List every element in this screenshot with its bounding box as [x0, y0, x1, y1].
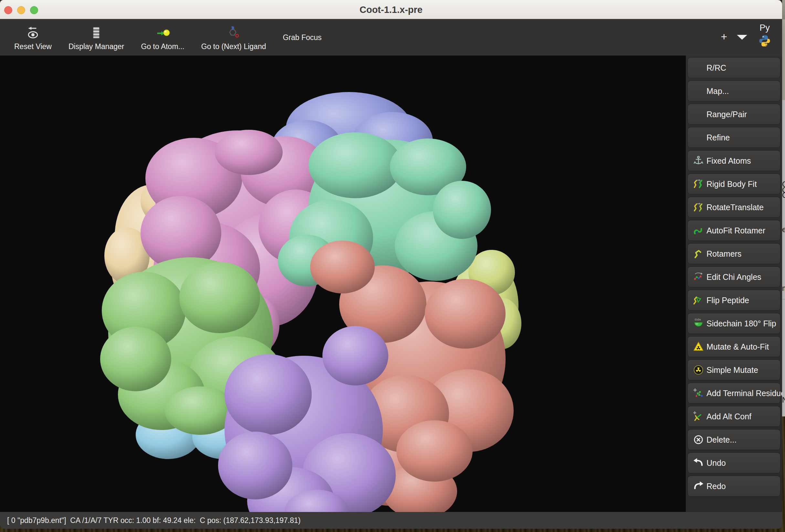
anchor-icon: [692, 155, 705, 167]
python-label: Py: [759, 23, 770, 33]
rotamers-icon: [692, 247, 705, 260]
status-atom-info: [ 0 "pdb7p9b.ent"] CA /1/A/7 TYR occ: 1.…: [0, 516, 300, 525]
svg-text:N: N: [232, 26, 234, 29]
python-icon: [758, 33, 772, 49]
sidebar-button-add-terminal-residue[interactable]: Add Terminal Residue: [687, 383, 781, 403]
toolbar-button-display-manager[interactable]: Display Manager: [60, 19, 133, 55]
sidebar-button-label: Map...: [688, 86, 729, 96]
desktop-screen: CCCemN Coot-1.1.x-pre Reset ViewDisplay …: [0, 0, 785, 532]
background-document-edge: CCCemN: [782, 100, 785, 417]
sidebar-button-rotamers[interactable]: Rotamers: [687, 243, 781, 264]
sidebar-button-edit-chi-angles[interactable]: Edit Chi Angles: [687, 267, 781, 287]
undo-icon: [692, 457, 705, 469]
toolbar-button-label: Go to (Next) Ligand: [201, 42, 266, 51]
sidebar-button-simple-mutate[interactable]: Simple Mutate: [687, 360, 781, 380]
sidebar-button-range-pair[interactable]: Range/Pair: [687, 104, 781, 125]
sidebar-button-flip-peptide[interactable]: Flip Peptide: [687, 290, 781, 311]
sidebar-button-delete[interactable]: Delete...: [687, 429, 781, 450]
sidebar-button-rotatetranslate[interactable]: RotateTranslate: [687, 197, 781, 218]
background-divider-line: [782, 299, 785, 299]
sidebar-button-sidechain-180-flip[interactable]: SideSidechain 180° Flip: [687, 313, 781, 334]
add-terminal-icon: [692, 387, 705, 399]
flip-peptide-icon: [692, 294, 705, 307]
toolbar-button-reset-view[interactable]: Reset View: [6, 19, 60, 55]
rotate-translate-icon: [692, 201, 705, 213]
toolbar-button-label: Go to Atom...: [141, 42, 184, 51]
toolbar-button-go-to-atom[interactable]: Go to Atom...: [133, 19, 193, 55]
sidebar-button-refine[interactable]: Refine: [687, 127, 781, 148]
sidebar-button-undo[interactable]: Undo: [687, 453, 781, 473]
sidebar-button-fixed-atoms[interactable]: Fixed Atoms: [687, 151, 781, 171]
svg-text:Side: Side: [694, 318, 701, 321]
sidebar-button-label: Refine: [688, 133, 730, 142]
add-alt-conf-icon: [692, 410, 705, 423]
edit-chi-icon: [692, 271, 705, 283]
rigid-body-icon: [692, 178, 705, 190]
sidebar-button-rigid-body-fit[interactable]: Rigid Body Fit: [687, 174, 781, 194]
titlebar[interactable]: Coot-1.1.x-pre: [0, 0, 782, 19]
simple-mutate-icon: [692, 364, 705, 376]
toolbar-button-label: Grab Focus: [283, 33, 322, 42]
reset-view-icon: [26, 26, 41, 41]
coot-window: Coot-1.1.x-pre Reset ViewDisplay Manager…: [0, 0, 782, 529]
display-manager-icon: [89, 26, 104, 41]
sidebar-button-r-rc[interactable]: R/RC: [687, 57, 781, 78]
sidebar-button-label: Range/Pair: [688, 110, 747, 119]
sidebar-button-label: R/RC: [688, 63, 726, 73]
sidebar-button-redo[interactable]: Redo: [687, 476, 781, 497]
python-scripting-group[interactable]: Py: [754, 23, 775, 49]
window-title: Coot-1.1.x-pre: [0, 0, 782, 19]
sidebar-button-add-alt-conf[interactable]: Add Alt Conf: [687, 406, 781, 427]
sidechain-flip-icon: Side: [692, 317, 705, 329]
autofit-rotamer-icon: [692, 224, 705, 237]
goto-atom-icon: [155, 26, 170, 41]
background-text-fragment: e: [782, 226, 785, 233]
delete-icon: [692, 433, 705, 446]
3d-viewport[interactable]: [0, 55, 686, 512]
sidebar-button-autofit-rotamer[interactable]: AutoFit Rotamer: [687, 220, 781, 241]
mutate-autofit-icon: [692, 341, 705, 353]
status-bar: [ 0 "pdb7p9b.ent"] CA /1/A/7 TYR occ: 1.…: [0, 512, 782, 529]
toolbar: Reset ViewDisplay ManagerGo to Atom...NG…: [0, 19, 782, 55]
chevron-down-icon[interactable]: [737, 35, 747, 40]
toolbar-button-grab-focus[interactable]: Grab Focus: [274, 19, 330, 55]
toolbar-button-label: Display Manager: [69, 42, 124, 51]
background-text-fragment: m: [782, 285, 785, 292]
add-toolbutton[interactable]: +: [721, 30, 727, 43]
sidebar-button-mutate-auto-fit[interactable]: Mutate & Auto-Fit: [687, 336, 781, 357]
toolbar-button-go-to-next-ligand[interactable]: NGo to (Next) Ligand: [193, 19, 275, 55]
background-text-fragment: C: [782, 192, 785, 199]
sidebar-button-map[interactable]: Map...: [687, 81, 781, 101]
background-text-fragment: N: [782, 396, 785, 404]
background-menubar-edge: [782, 0, 785, 19]
sidebar: R/RCMap...Range/PairRefineFixed AtomsRig…: [686, 55, 782, 512]
background-window-titlebar-edge: [782, 19, 785, 100]
goto-ligand-icon: N: [226, 26, 241, 41]
toolbar-button-label: Reset View: [14, 42, 52, 51]
background-window-edge: CCCemN: [782, 0, 785, 417]
toolbar-extra-group: +: [721, 19, 747, 55]
redo-icon: [692, 480, 705, 492]
toolbar-buttons: Reset ViewDisplay ManagerGo to Atom...NG…: [6, 19, 330, 55]
protein-surface-model: [0, 55, 686, 512]
